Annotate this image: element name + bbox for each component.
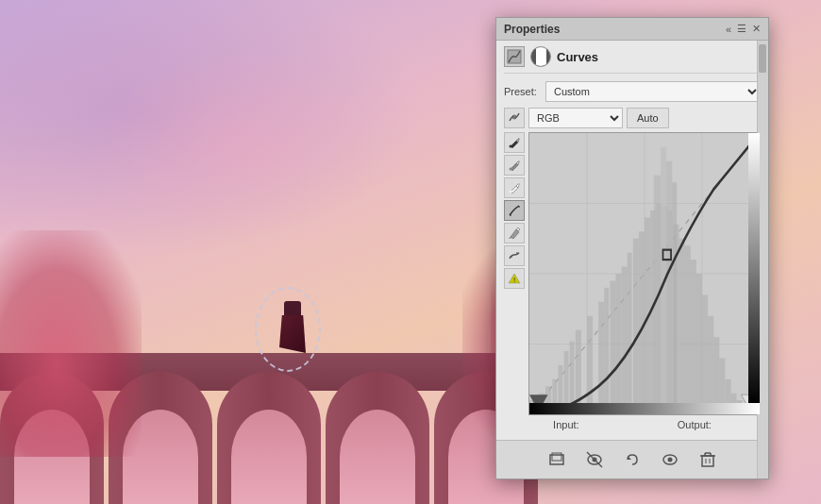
curves-title: Curves xyxy=(557,50,598,64)
svg-rect-29 xyxy=(610,280,615,414)
svg-rect-42 xyxy=(685,245,691,414)
curves-header: Curves xyxy=(504,46,761,74)
svg-rect-26 xyxy=(587,316,593,414)
panel-title: Properties xyxy=(504,23,560,36)
bottom-toolbar xyxy=(496,440,768,479)
svg-text:!: ! xyxy=(513,276,515,284)
pencil-tool[interactable] xyxy=(504,223,525,244)
properties-panel: Properties « ☰ ✕ Curves Preset: Cus xyxy=(495,17,769,479)
selection-marquee xyxy=(255,287,321,372)
sky-pink xyxy=(94,47,377,236)
panel-menu-button[interactable]: ☰ xyxy=(737,23,746,35)
view-previous-button[interactable] xyxy=(583,448,606,471)
panel-titlebar: Properties « ☰ ✕ xyxy=(496,18,768,41)
svg-rect-46 xyxy=(708,316,713,414)
svg-rect-44 xyxy=(696,274,702,414)
curve-tool[interactable] xyxy=(504,200,525,221)
eyedropper-white-tool[interactable] xyxy=(504,177,525,198)
channel-row: RGB Auto xyxy=(504,108,761,128)
preset-row: Preset: Custom xyxy=(504,81,761,102)
bridge-arch-4 xyxy=(326,372,429,504)
svg-rect-33 xyxy=(633,239,639,414)
svg-point-3 xyxy=(510,168,512,171)
auto-button[interactable]: Auto xyxy=(627,108,669,128)
svg-rect-32 xyxy=(628,253,632,414)
input-gradient-bar xyxy=(529,403,760,414)
svg-rect-45 xyxy=(702,294,708,414)
curves-graph[interactable] xyxy=(528,132,761,415)
preset-label: Preset: xyxy=(504,86,540,97)
reset-button[interactable] xyxy=(621,448,644,471)
svg-rect-70 xyxy=(702,456,713,466)
svg-rect-43 xyxy=(691,260,696,414)
svg-point-69 xyxy=(668,458,673,462)
output-gradient-bar xyxy=(748,133,760,403)
curves-svg xyxy=(529,133,760,414)
foliage-left xyxy=(0,230,142,457)
panel-controls: « ☰ ✕ xyxy=(726,23,761,35)
mask-icon xyxy=(530,46,551,67)
svg-rect-63 xyxy=(552,453,561,461)
svg-rect-58 xyxy=(672,182,677,414)
svg-rect-41 xyxy=(679,239,685,414)
adjustment-layer-icon xyxy=(504,46,525,67)
panel-close-button[interactable]: ✕ xyxy=(752,23,761,35)
preset-select[interactable]: Custom xyxy=(545,81,761,102)
bridge-arch-3 xyxy=(217,372,321,504)
scrollbar-thumb[interactable] xyxy=(759,44,766,73)
channel-tool-icon xyxy=(504,108,525,128)
svg-rect-57 xyxy=(666,161,672,414)
panel-content: Curves Preset: Custom RGB Auto xyxy=(496,41,768,440)
input-label: Input: xyxy=(553,419,579,430)
svg-rect-27 xyxy=(598,302,604,414)
svg-rect-28 xyxy=(604,288,609,414)
delete-button[interactable] xyxy=(696,448,719,471)
left-toolbar: ! xyxy=(504,132,525,415)
svg-point-2 xyxy=(510,145,512,148)
clip-to-layer-button[interactable] xyxy=(545,448,568,471)
warning-tool[interactable]: ! xyxy=(504,268,525,289)
svg-rect-30 xyxy=(616,274,622,414)
svg-point-4 xyxy=(510,191,512,193)
output-label: Output: xyxy=(678,419,712,430)
svg-rect-31 xyxy=(622,267,628,414)
eyedropper-black-tool[interactable] xyxy=(504,132,525,153)
smooth-tool[interactable] xyxy=(504,245,525,266)
main-area: ! xyxy=(504,132,761,415)
channel-select[interactable]: RGB xyxy=(528,108,623,128)
io-row: Input: Output: xyxy=(504,415,761,434)
panel-collapse-button[interactable]: « xyxy=(726,24,731,35)
eyedropper-gray-tool[interactable] xyxy=(504,155,525,176)
visibility-button[interactable] xyxy=(659,448,681,471)
